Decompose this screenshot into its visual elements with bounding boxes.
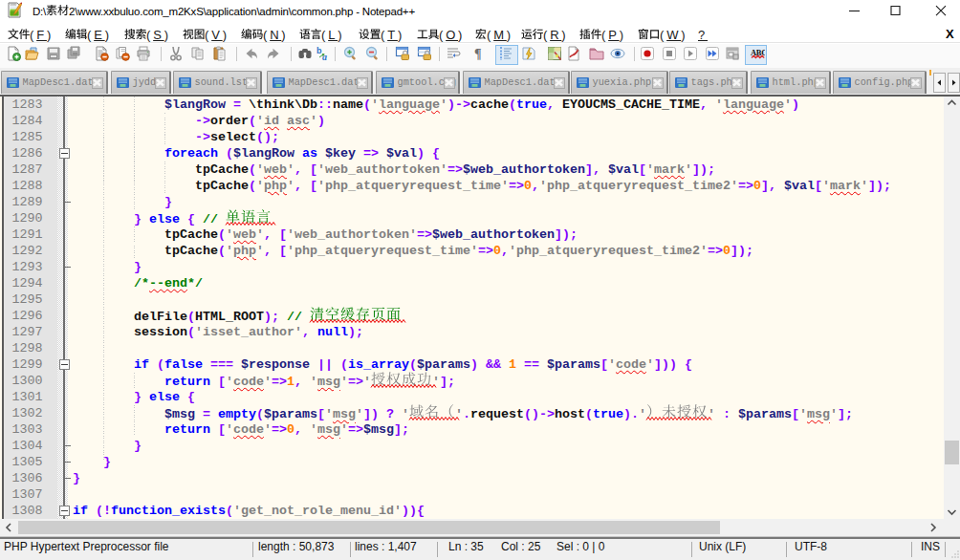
svg-text:¶: ¶ [474, 47, 482, 61]
